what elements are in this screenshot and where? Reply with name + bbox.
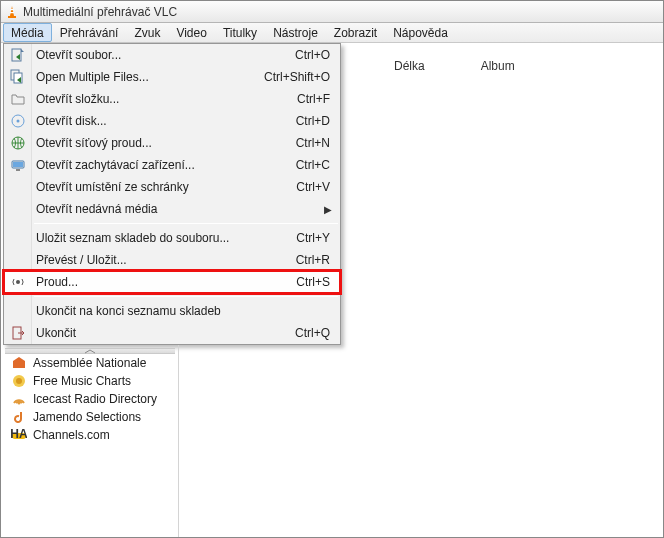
svg-point-21 bbox=[16, 378, 22, 384]
menu-open-file[interactable]: Otevřít soubor... Ctrl+O bbox=[4, 44, 340, 66]
svg-rect-1 bbox=[8, 16, 16, 18]
titlebar: Multimediální přehrávač VLC bbox=[1, 1, 663, 23]
svg-rect-14 bbox=[13, 162, 23, 167]
menu-prehravani[interactable]: Přehrávání bbox=[52, 23, 127, 42]
menu-zvuk[interactable]: Zvuk bbox=[126, 23, 168, 42]
files-open-icon bbox=[10, 69, 26, 85]
svg-point-11 bbox=[17, 120, 20, 123]
menu-napoveda[interactable]: Nápověda bbox=[385, 23, 456, 42]
stream-icon bbox=[10, 274, 26, 290]
menu-zobrazit[interactable]: Zobrazit bbox=[326, 23, 385, 42]
media-dropdown: Otevřít soubor... Ctrl+O Open Multiple F… bbox=[3, 43, 341, 345]
menu-separator bbox=[34, 223, 338, 224]
menu-convert-save[interactable]: Převést / Uložit... Ctrl+R bbox=[4, 249, 340, 271]
sidebar-item-assemblee[interactable]: Assemblée Nationale bbox=[5, 354, 175, 372]
menu-open-clipboard[interactable]: Otevřít umístění ze schránky Ctrl+V bbox=[4, 176, 340, 198]
svg-rect-15 bbox=[16, 169, 20, 171]
svg-marker-0 bbox=[10, 6, 14, 16]
folder-icon bbox=[10, 91, 26, 107]
window-title: Multimediální přehrávač VLC bbox=[23, 5, 177, 19]
column-delka[interactable]: Délka bbox=[386, 59, 433, 73]
svg-point-16 bbox=[16, 280, 20, 284]
menu-separator bbox=[34, 296, 338, 297]
svg-marker-6 bbox=[16, 54, 20, 60]
svg-marker-5 bbox=[21, 49, 24, 52]
menu-quit[interactable]: Ukončit Ctrl+Q bbox=[4, 322, 340, 344]
file-open-icon bbox=[10, 47, 26, 63]
svg-marker-19 bbox=[13, 357, 25, 361]
network-icon bbox=[10, 135, 26, 151]
channels-icon: CHAN bbox=[11, 427, 27, 443]
sidebar-item-label: Assemblée Nationale bbox=[33, 356, 146, 370]
menu-nastroje[interactable]: Nástroje bbox=[265, 23, 326, 42]
sidebar: Assemblée Nationale Free Music Charts Ic… bbox=[5, 346, 175, 444]
disc-icon bbox=[10, 113, 26, 129]
menu-save-playlist[interactable]: Uložit seznam skladeb do souboru... Ctrl… bbox=[4, 227, 340, 249]
svg-text:CHAN: CHAN bbox=[11, 427, 27, 441]
svg-rect-18 bbox=[13, 361, 25, 368]
menu-stream[interactable]: Proud... Ctrl+S bbox=[4, 271, 340, 293]
sidebar-item-fmc[interactable]: Free Music Charts bbox=[5, 372, 175, 390]
menu-media[interactable]: Média bbox=[3, 23, 52, 42]
jamendo-icon bbox=[11, 409, 27, 425]
menu-open-folder[interactable]: Otevřít složku... Ctrl+F bbox=[4, 88, 340, 110]
sidebar-item-label: Free Music Charts bbox=[33, 374, 131, 388]
capture-icon bbox=[10, 157, 26, 173]
sidebar-item-icecast[interactable]: Icecast Radio Directory bbox=[5, 390, 175, 408]
menu-open-multiple[interactable]: Open Multiple Files... Ctrl+Shift+O bbox=[4, 66, 340, 88]
menu-quit-after-playlist[interactable]: Ukončit na konci seznamu skladeb bbox=[4, 300, 340, 322]
column-album[interactable]: Album bbox=[473, 59, 523, 73]
svg-point-22 bbox=[18, 402, 21, 405]
menubar: Média Přehrávání Zvuk Video Titulky Nást… bbox=[1, 23, 663, 43]
menu-open-recent[interactable]: Otevřít nedávná média ▶ bbox=[4, 198, 340, 220]
menu-open-disc[interactable]: Otevřít disk... Ctrl+D bbox=[4, 110, 340, 132]
sidebar-item-label: Icecast Radio Directory bbox=[33, 392, 157, 406]
icecast-icon bbox=[11, 391, 27, 407]
submenu-arrow-icon: ▶ bbox=[324, 204, 332, 215]
sidebar-item-label: Channels.com bbox=[33, 428, 110, 442]
quit-icon bbox=[10, 325, 26, 341]
svg-rect-3 bbox=[10, 12, 14, 13]
fmc-icon bbox=[11, 373, 27, 389]
sidebar-divider[interactable] bbox=[178, 345, 182, 537]
svg-rect-2 bbox=[11, 9, 14, 10]
sidebar-item-jamendo[interactable]: Jamendo Selections bbox=[5, 408, 175, 426]
menu-open-network[interactable]: Otevřít síťový proud... Ctrl+N bbox=[4, 132, 340, 154]
sidebar-item-channels[interactable]: CHAN Channels.com bbox=[5, 426, 175, 444]
assemblee-icon bbox=[11, 355, 27, 371]
menu-titulky[interactable]: Titulky bbox=[215, 23, 265, 42]
sidebar-item-label: Jamendo Selections bbox=[33, 410, 141, 424]
menu-video[interactable]: Video bbox=[168, 23, 214, 42]
content-area: Délka Album Otevřít soubor... Ctrl+O Ope… bbox=[1, 43, 663, 537]
playlist-header: Délka Album bbox=[346, 57, 663, 75]
vlc-cone-icon bbox=[5, 5, 19, 19]
menu-open-capture[interactable]: Otevřít zachytávací zařízení... Ctrl+C bbox=[4, 154, 340, 176]
